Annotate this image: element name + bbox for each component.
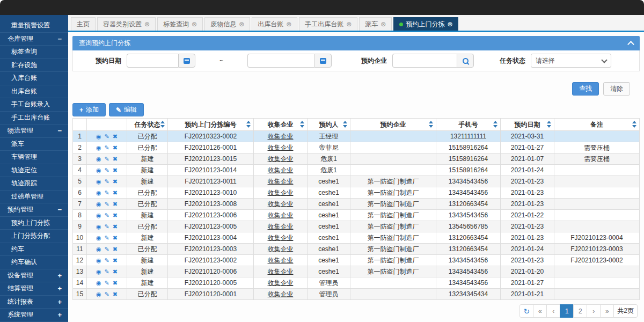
company-search-button[interactable] <box>457 54 474 68</box>
sidebar-item-9[interactable]: 派车 <box>0 138 68 151</box>
add-button[interactable]: + 添加 <box>72 103 106 116</box>
sidebar-item-14[interactable]: 预约管理− <box>0 203 68 217</box>
collector-link[interactable]: 收集企业 <box>268 290 294 298</box>
delete-icon[interactable]: ✖ <box>113 235 118 241</box>
date-from-calendar-button[interactable] <box>178 54 195 68</box>
close-icon[interactable]: ⊗ <box>239 21 244 27</box>
sidebar-item-8[interactable]: 物流管理− <box>0 125 68 138</box>
delete-icon[interactable]: ✖ <box>113 178 118 185</box>
edit-icon[interactable]: ✎ <box>105 212 109 218</box>
table-row[interactable]: 9◉✎✖已分配FJ20210123-0005收集企业ceshe1第一防盗门制造厂… <box>73 221 640 232</box>
collector-link[interactable]: 收集企业 <box>268 223 294 230</box>
collector-link[interactable]: 收集企业 <box>268 268 294 275</box>
delete-icon[interactable]: ✖ <box>113 144 118 151</box>
collapse-icon[interactable]: − <box>57 127 62 134</box>
edit-icon[interactable]: ✎ <box>105 291 109 297</box>
edit-icon[interactable]: ✎ <box>105 280 109 286</box>
view-icon[interactable]: ◉ <box>96 201 101 207</box>
table-row[interactable]: 7◉✎✖已分配FJ20210123-0008收集企业ceshe1第一防盗门制造厂… <box>73 199 640 210</box>
edit-icon[interactable]: ✎ <box>105 144 109 151</box>
collapse-icon[interactable]: − <box>57 206 62 213</box>
sidebar-item-12[interactable]: 轨迹跟踪 <box>0 177 68 191</box>
page-button[interactable]: 2 <box>573 304 587 318</box>
table-row[interactable]: 8◉✎✖新建FJ20210123-0006收集企业ceshe1第一防盗门制造厂1… <box>73 210 640 221</box>
company-input[interactable] <box>392 54 457 68</box>
delete-icon[interactable]: ✖ <box>113 189 118 196</box>
edit-icon[interactable]: ✎ <box>105 189 109 196</box>
collector-link[interactable]: 收集企业 <box>268 257 294 264</box>
column-header[interactable]: 预约人 <box>308 119 350 131</box>
collapse-panel-icon[interactable] <box>627 41 634 48</box>
edit-icon[interactable]: ✎ <box>105 223 109 230</box>
sidebar-item-7[interactable]: 手工出库台账 <box>0 112 68 125</box>
date-from-input[interactable] <box>127 54 178 68</box>
close-icon[interactable]: ⊗ <box>380 21 386 27</box>
table-row[interactable]: 4◉✎✖新建FJ20210123-0014收集企业危废1151589162642… <box>73 165 640 176</box>
column-header[interactable]: 收集企业 <box>254 119 308 131</box>
collector-link[interactable]: 收集企业 <box>268 200 294 208</box>
table-row[interactable]: 12◉✎✖新建FJ20210123-0002收集企业ceshe1第一防盗门制造厂… <box>73 255 640 266</box>
edit-icon[interactable]: ✎ <box>105 246 109 252</box>
close-icon[interactable]: ⊗ <box>447 21 452 27</box>
edit-icon[interactable]: ✎ <box>105 167 109 173</box>
view-icon[interactable]: ◉ <box>96 133 101 140</box>
delete-icon[interactable]: ✖ <box>113 223 118 230</box>
date-to-calendar-button[interactable] <box>314 54 332 68</box>
tab-6[interactable]: 派车⊗ <box>359 17 392 31</box>
sidebar-item-5[interactable]: 出库台账 <box>0 85 68 99</box>
table-row[interactable]: 11◉✎✖已分配FJ20210123-0003收集企业ceshe1第一防盗门制造… <box>73 244 640 255</box>
table-row[interactable]: 5◉✎✖新建FJ20210123-0011收集企业ceshe1第一防盗门制造厂1… <box>73 176 640 187</box>
sort-icon[interactable] <box>343 121 347 128</box>
expand-icon[interactable]: + <box>57 298 62 305</box>
delete-icon[interactable]: ✖ <box>113 167 118 173</box>
collector-link[interactable]: 收集企业 <box>268 279 294 287</box>
close-icon[interactable]: ⊗ <box>286 21 291 27</box>
refresh-icon[interactable]: ↻ <box>519 304 533 318</box>
collapse-icon[interactable]: − <box>57 35 62 42</box>
sidebar-item-19[interactable]: 设备管理+ <box>0 269 68 283</box>
sidebar-item-22[interactable]: 系统管理+ <box>0 309 68 322</box>
view-icon[interactable]: ◉ <box>96 178 101 185</box>
view-icon[interactable]: ◉ <box>96 280 101 286</box>
sidebar-item-13[interactable]: 过磅单管理 <box>0 191 68 204</box>
delete-icon[interactable]: ✖ <box>113 201 118 207</box>
view-icon[interactable]: ◉ <box>96 189 101 196</box>
table-row[interactable]: 1◉✎✖已分配FJ20210323-0002收集企业王经理13211111111… <box>73 131 640 142</box>
sidebar-item-10[interactable]: 车辆管理 <box>0 151 68 164</box>
edit-button[interactable]: ✎ 编辑 <box>109 103 144 116</box>
table-row[interactable]: 15◉✎✖已分配FJ20210120-0001收集企业管理员1323434543… <box>73 289 640 300</box>
view-icon[interactable]: ◉ <box>96 167 101 173</box>
date-to-input[interactable] <box>247 54 314 68</box>
collector-link[interactable]: 收集企业 <box>268 166 294 174</box>
sidebar-item-0[interactable]: 重量预警设置 <box>0 19 68 33</box>
page-nav-button[interactable]: › <box>587 304 601 318</box>
edit-icon[interactable]: ✎ <box>105 257 109 264</box>
view-icon[interactable]: ◉ <box>96 212 101 218</box>
sidebar-item-1[interactable]: 仓库管理− <box>0 33 68 46</box>
sidebar-item-11[interactable]: 轨迹定位 <box>0 164 68 178</box>
collector-link[interactable]: 收集企业 <box>268 245 294 253</box>
sidebar-item-6[interactable]: 手工台账录入 <box>0 98 68 112</box>
table-row[interactable]: 14◉✎✖新建FJ20210120-0005收集企业管理员13434543456… <box>73 277 640 289</box>
close-icon[interactable]: ⊗ <box>144 21 150 27</box>
view-icon[interactable]: ◉ <box>96 268 101 275</box>
sidebar-item-17[interactable]: 约车 <box>0 243 68 257</box>
delete-icon[interactable]: ✖ <box>113 246 118 252</box>
page-button[interactable]: 1 <box>560 304 574 318</box>
edit-icon[interactable]: ✎ <box>105 178 109 185</box>
sidebar-item-3[interactable]: 贮存设施 <box>0 59 68 72</box>
view-icon[interactable]: ◉ <box>96 257 101 264</box>
view-icon[interactable]: ◉ <box>96 223 101 230</box>
page-nav-button[interactable]: « <box>533 304 547 318</box>
view-icon[interactable]: ◉ <box>96 291 101 297</box>
collector-link[interactable]: 收集企业 <box>268 189 294 196</box>
column-header[interactable]: 预约企业 <box>350 119 436 131</box>
sort-icon[interactable] <box>493 121 497 128</box>
delete-icon[interactable]: ✖ <box>113 268 118 275</box>
view-icon[interactable]: ◉ <box>96 235 101 241</box>
tab-7[interactable]: 预约上门分拣⊗ <box>393 17 458 31</box>
tab-3[interactable]: 废物信息⊗ <box>204 17 250 31</box>
column-header[interactable]: 预约上门分拣编号 <box>168 119 254 131</box>
view-icon[interactable]: ◉ <box>96 144 101 151</box>
sort-icon[interactable] <box>246 121 251 128</box>
